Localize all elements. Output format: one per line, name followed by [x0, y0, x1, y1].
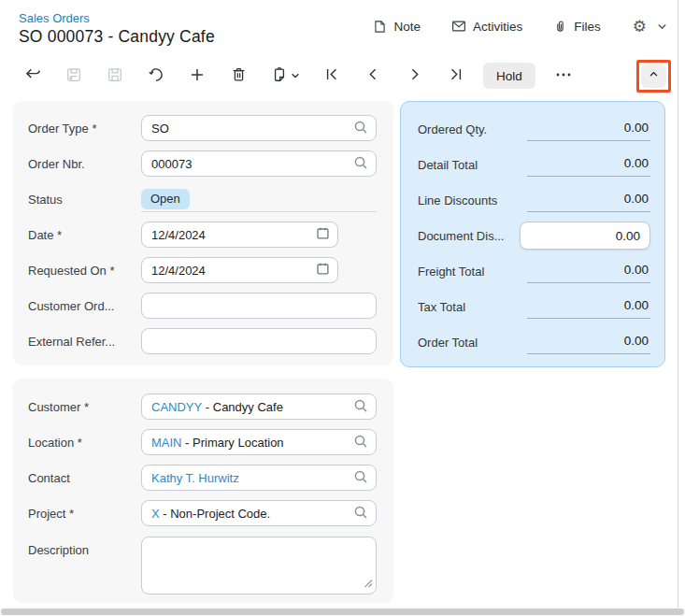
last-record-button[interactable] — [442, 63, 468, 89]
ordered-qty-row: Ordered Qty. 0.00 — [401, 111, 664, 147]
note-button[interactable]: Note — [370, 17, 422, 36]
freight-total-row: Freight Total 0.00 — [401, 253, 664, 289]
trash-icon — [230, 65, 248, 86]
ellipsis-icon — [554, 65, 573, 87]
magnifier-icon — [353, 505, 368, 523]
location-name-text: - Primary Location — [182, 436, 284, 450]
more-actions-button[interactable] — [550, 63, 577, 89]
document-discounts-input[interactable] — [520, 222, 650, 250]
customer-name-text: - Candyy Cafe — [202, 400, 283, 414]
customer-field[interactable]: CANDYY - Candyy Cafe — [141, 394, 377, 420]
breadcrumb[interactable]: Sales Orders — [19, 11, 90, 25]
chevron-up-icon — [647, 67, 661, 84]
header-actions: Note Activities Files ⚙ — [370, 16, 669, 36]
settings-menu-chevron-button[interactable] — [655, 20, 669, 34]
date-calendar-button[interactable] — [316, 226, 330, 243]
back-arrow-icon — [23, 64, 43, 87]
next-record-button[interactable] — [401, 63, 427, 89]
settings-gear-button[interactable]: ⚙ — [631, 17, 649, 36]
order-type-field[interactable] — [141, 115, 377, 141]
detail-total-value: 0.00 — [527, 152, 650, 177]
description-textarea[interactable] — [141, 537, 377, 595]
order-total-row: Order Total 0.00 — [401, 324, 664, 360]
magnifier-icon — [353, 434, 368, 451]
customer-order-field[interactable] — [141, 293, 377, 319]
project-field[interactable]: X - Non-Project Code. — [141, 500, 377, 526]
project-lookup-button[interactable] — [353, 505, 368, 523]
files-button[interactable]: Files — [550, 17, 603, 36]
order-nbr-lookup-button[interactable] — [353, 155, 368, 173]
date-field[interactable] — [141, 222, 338, 248]
customer-label: Customer * — [28, 400, 141, 414]
chevron-down-icon — [657, 21, 667, 32]
external-ref-row: External Refer... — [13, 323, 393, 359]
cancel-back-button[interactable] — [20, 63, 46, 89]
requested-on-field[interactable] — [141, 257, 338, 283]
external-ref-field[interactable] — [141, 328, 377, 354]
requested-on-input[interactable] — [151, 264, 316, 278]
tax-total-label: Tax Total — [418, 300, 465, 314]
order-type-input[interactable] — [151, 122, 353, 136]
customer-code-link[interactable]: CANDYY — [151, 400, 202, 414]
order-type-row: Order Type * — [13, 110, 393, 146]
activities-envelope-icon — [450, 18, 467, 35]
customer-lookup-button[interactable] — [353, 398, 368, 416]
external-ref-label: External Refer... — [28, 335, 141, 349]
save-close-button[interactable] — [61, 63, 87, 89]
location-row: Location * MAIN - Primary Location — [13, 424, 393, 460]
order-nbr-label: Order Nbr. — [28, 157, 141, 171]
project-code-link[interactable]: X — [151, 507, 160, 521]
requested-on-calendar-button[interactable] — [316, 262, 330, 279]
horizontal-scrollbar-thumb[interactable] — [1, 609, 684, 615]
document-discounts-label: Document Dis... — [418, 229, 504, 243]
freight-total-label: Freight Total — [418, 265, 484, 279]
undo-icon — [147, 65, 165, 87]
contact-field[interactable]: Kathy T. Hurwitz — [141, 465, 377, 491]
detail-total-row: Detail Total 0.00 — [401, 147, 664, 182]
contact-lookup-button[interactable] — [353, 469, 368, 487]
order-nbr-field[interactable] — [141, 150, 377, 177]
location-lookup-button[interactable] — [353, 434, 368, 451]
paperclip-icon — [552, 19, 568, 35]
delete-record-button[interactable] — [225, 63, 251, 89]
activities-button[interactable]: Activities — [449, 16, 524, 36]
chevron-down-icon — [291, 69, 300, 83]
contact-row: Contact Kathy T. Hurwitz — [13, 460, 393, 495]
magnifier-icon — [353, 120, 368, 137]
status-row: Status Open — [13, 181, 393, 217]
tax-total-row: Tax Total 0.00 — [401, 289, 664, 324]
description-label: Description — [28, 537, 141, 557]
note-label: Note — [393, 20, 421, 34]
add-record-button[interactable] — [184, 63, 210, 89]
customer-row: Customer * CANDYY - Candyy Cafe — [13, 389, 393, 424]
hold-button[interactable]: Hold — [483, 63, 535, 89]
calendar-icon — [316, 262, 330, 279]
record-toolbar: Hold — [0, 58, 685, 93]
date-label: Date * — [28, 228, 141, 242]
external-ref-input[interactable] — [151, 335, 368, 349]
customer-order-input[interactable] — [151, 299, 368, 313]
project-name-text: - Non-Project Code. — [160, 507, 271, 521]
order-info-panel: Order Type * Order Nbr. — [13, 101, 393, 365]
order-nbr-input[interactable] — [151, 157, 353, 171]
vertical-scrollbar-track[interactable] — [678, 0, 678, 608]
contact-link[interactable]: Kathy T. Hurwitz — [151, 471, 239, 485]
status-label: Status — [28, 193, 141, 207]
save-icon — [106, 65, 124, 87]
order-type-lookup-button[interactable] — [353, 120, 368, 137]
location-code-link[interactable]: MAIN — [151, 436, 182, 450]
copy-paste-menu-button[interactable] — [266, 63, 304, 89]
undo-button[interactable] — [143, 63, 169, 89]
horizontal-scrollbar[interactable] — [0, 608, 685, 616]
line-discounts-value: 0.00 — [527, 188, 650, 212]
magnifier-icon — [353, 398, 368, 416]
location-field[interactable]: MAIN - Primary Location — [141, 429, 377, 455]
first-record-button[interactable] — [319, 63, 345, 89]
previous-record-button[interactable] — [360, 63, 386, 89]
gear-icon: ⚙ — [633, 19, 647, 35]
save-button[interactable] — [102, 63, 128, 89]
collapse-summary-button[interactable] — [641, 64, 666, 88]
plus-icon — [188, 65, 207, 87]
files-label: Files — [574, 20, 601, 34]
date-input[interactable] — [151, 228, 316, 242]
